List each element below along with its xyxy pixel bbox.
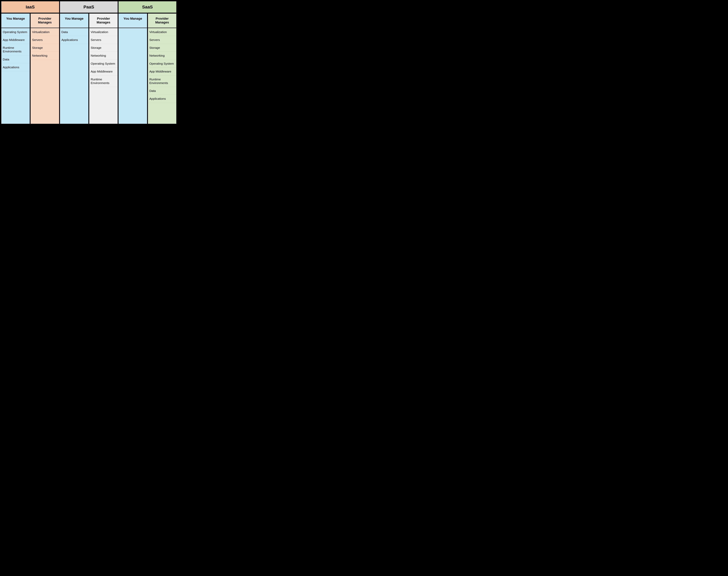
subheader-saas-provider: Provider Manages xyxy=(147,13,177,28)
list-item: Operating System xyxy=(1,28,30,36)
list-item: Storage xyxy=(148,44,176,52)
list-item: Data xyxy=(148,87,176,95)
header-paas: PaaS xyxy=(60,1,118,13)
list-item: Networking xyxy=(148,52,176,60)
list-item: Storage xyxy=(31,44,59,52)
list-item: App Middleware xyxy=(148,67,176,76)
col-iaas-you: Operating SystemApp MiddlewareRuntime En… xyxy=(1,28,30,124)
list-item: Virtualization xyxy=(31,28,59,36)
subheader-iaas-you: You Manage xyxy=(1,13,30,28)
list-item: Servers xyxy=(31,36,59,44)
col-saas-provider: VirtualizationServersStorageNetworkingOp… xyxy=(147,28,177,124)
list-item: Data xyxy=(1,55,30,63)
list-item: Servers xyxy=(148,36,176,44)
list-item: Storage xyxy=(89,44,118,52)
list-item: Virtualization xyxy=(148,28,176,36)
list-item: Applications xyxy=(148,95,176,103)
cloud-service-models-diagram: IaaS PaaS SaaS You Manage Provider Manag… xyxy=(0,0,178,130)
grid: IaaS PaaS SaaS You Manage Provider Manag… xyxy=(1,1,177,124)
subheader-saas-you: You Manage xyxy=(118,13,147,28)
list-item: Runtime Environments xyxy=(148,76,176,87)
list-item: Applications xyxy=(60,36,88,44)
col-saas-you xyxy=(118,28,147,124)
subheader-paas-you: You Manage xyxy=(60,13,89,28)
col-paas-provider: VirtualizationServersStorageNetworkingOp… xyxy=(89,28,118,124)
list-item: Servers xyxy=(89,36,118,44)
list-item: Runtime Environments xyxy=(1,44,30,55)
list-item: Operating System xyxy=(148,60,176,67)
col-iaas-provider: VirtualizationServersStorageNetworking xyxy=(30,28,59,124)
list-item: Data xyxy=(60,28,88,36)
list-item: Runtime Environments xyxy=(89,76,118,87)
header-iaas: IaaS xyxy=(1,1,60,13)
list-item: App Middleware xyxy=(1,36,30,44)
list-item: Virtualization xyxy=(89,28,118,36)
list-item: Networking xyxy=(89,52,118,60)
list-item: Operating System xyxy=(89,60,118,67)
subheader-paas-provider: Provider Manages xyxy=(89,13,118,28)
list-item: App Middleware xyxy=(89,67,118,76)
list-item: Applications xyxy=(1,63,30,71)
list-item: Networking xyxy=(31,52,59,60)
col-paas-you: DataApplications xyxy=(60,28,89,124)
subheader-iaas-provider: Provider Manages xyxy=(30,13,59,28)
header-saas: SaaS xyxy=(118,1,177,13)
